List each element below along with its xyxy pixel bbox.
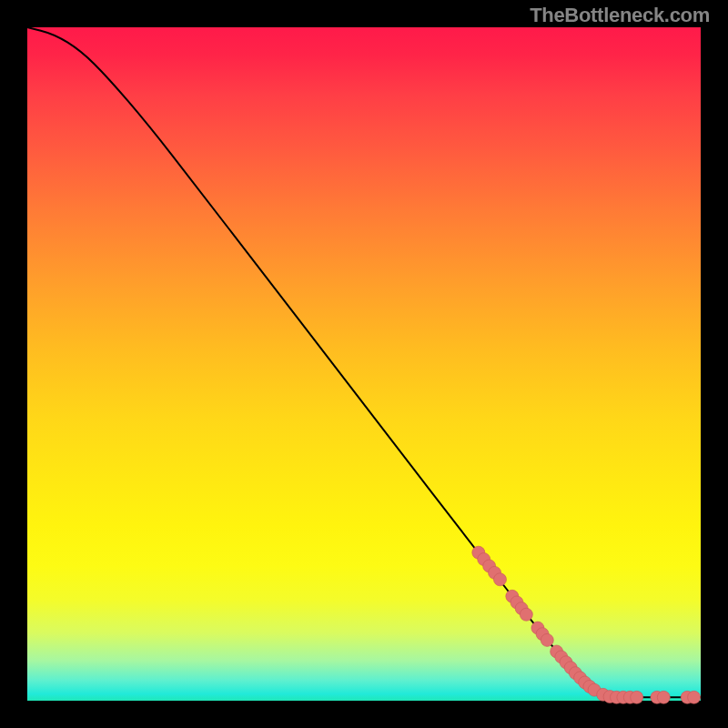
scatter-point bbox=[688, 691, 701, 703]
scatter-point bbox=[631, 691, 643, 703]
chart-area bbox=[27, 27, 701, 701]
scatter-point bbox=[541, 633, 553, 646]
attribution-label: TheBottleneck.com bbox=[530, 4, 710, 27]
scatter-points bbox=[472, 546, 701, 703]
chart-svg bbox=[27, 27, 701, 701]
scatter-point bbox=[520, 608, 532, 621]
scatter-point bbox=[493, 573, 506, 586]
scatter-point bbox=[657, 691, 670, 703]
bottleneck-curve bbox=[27, 27, 701, 697]
